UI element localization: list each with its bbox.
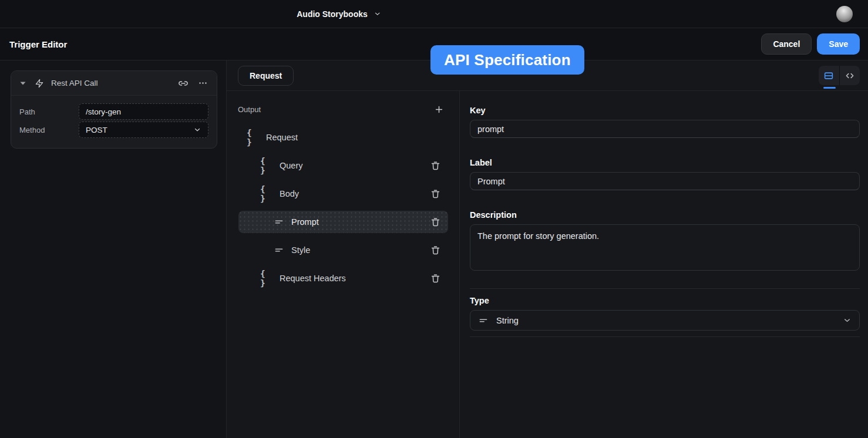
key-input[interactable] <box>470 120 860 138</box>
divider <box>470 288 860 289</box>
active-view-indicator <box>823 87 836 89</box>
label-label: Label <box>470 158 860 167</box>
type-value: String <box>496 316 519 325</box>
type-label: Type <box>470 296 860 305</box>
tree-item-body[interactable]: { } Body <box>238 183 448 205</box>
type-select[interactable]: String <box>470 310 860 331</box>
tree-item-style[interactable]: Style <box>238 239 448 261</box>
description-label: Description <box>470 210 860 220</box>
form-rows-icon <box>823 70 834 81</box>
tree-item-label: Body <box>280 189 299 198</box>
tree-item-query[interactable]: { } Query <box>238 154 448 177</box>
object-braces-icon: { } <box>260 156 274 175</box>
content-area: Rest API Call Path <box>0 60 868 438</box>
tab-request[interactable]: Request <box>238 66 294 86</box>
tree-item-request-headers[interactable]: { } Request Headers <box>238 267 448 289</box>
label-input[interactable] <box>470 172 860 190</box>
save-button[interactable]: Save <box>817 33 860 55</box>
method-value: POST <box>86 126 107 134</box>
node-card-body: Path Method POST <box>11 96 217 148</box>
more-options-icon[interactable] <box>198 78 208 88</box>
path-input[interactable] <box>86 107 201 116</box>
divider <box>470 336 860 337</box>
tree-item-label: Style <box>291 245 310 255</box>
path-input-wrap <box>79 103 208 120</box>
page-title: Trigger Editor <box>9 39 67 49</box>
delete-icon[interactable] <box>430 273 441 284</box>
object-braces-icon: { } <box>247 128 261 147</box>
workspace-name: Audio Storybooks <box>297 9 368 19</box>
user-avatar[interactable] <box>836 6 853 22</box>
string-type-icon <box>478 315 489 326</box>
object-braces-icon: { } <box>260 184 274 203</box>
schema-tree-panel: Output { } Request { } Query <box>227 91 460 438</box>
lightning-icon <box>35 79 44 88</box>
description-textarea[interactable]: The prompt for story generation. <box>470 224 860 271</box>
cancel-button[interactable]: Cancel <box>761 33 812 55</box>
node-card-header: Rest API Call <box>11 71 217 96</box>
key-label: Key <box>470 106 860 115</box>
tree-item-prompt[interactable]: Prompt <box>238 211 448 233</box>
path-label: Path <box>19 107 79 116</box>
trigger-node-panel: Rest API Call Path <box>0 60 227 438</box>
tree-item-label: Query <box>280 161 303 170</box>
main-area: Request Output <box>227 60 868 438</box>
tree-item-request[interactable]: { } Request <box>238 126 448 149</box>
string-type-icon <box>272 217 286 227</box>
object-braces-icon: { } <box>260 269 274 288</box>
top-bar: Audio Storybooks <box>0 0 868 28</box>
output-section-label: Output <box>238 105 261 114</box>
form-view-toggle[interactable] <box>819 66 839 85</box>
chevron-down-icon <box>843 316 852 325</box>
delete-icon[interactable] <box>430 217 441 228</box>
link-icon[interactable] <box>177 78 189 89</box>
collapse-caret-icon[interactable] <box>20 82 26 85</box>
rest-api-call-node-card: Rest API Call Path <box>11 70 217 149</box>
view-mode-toggle <box>819 66 860 85</box>
code-view-toggle[interactable] <box>839 66 860 85</box>
chevron-down-icon <box>193 126 201 134</box>
delete-icon[interactable] <box>430 160 441 171</box>
workspace-switcher[interactable]: Audio Storybooks <box>297 9 381 19</box>
method-select[interactable]: POST <box>79 122 208 138</box>
code-icon <box>845 70 855 81</box>
api-specification-badge: API Specification <box>430 45 584 75</box>
delete-icon[interactable] <box>430 245 441 256</box>
tree-item-label: Prompt <box>291 217 319 227</box>
string-type-icon <box>272 245 286 255</box>
field-detail-panel: Key Label Description The prompt for sto… <box>460 91 868 438</box>
add-field-button[interactable] <box>434 105 444 114</box>
chevron-down-icon <box>374 10 381 18</box>
node-title: Rest API Call <box>51 79 98 87</box>
method-label: Method <box>19 126 79 134</box>
tree-item-label: Request <box>266 133 298 142</box>
tree-item-label: Request Headers <box>280 274 346 283</box>
delete-icon[interactable] <box>430 188 441 200</box>
